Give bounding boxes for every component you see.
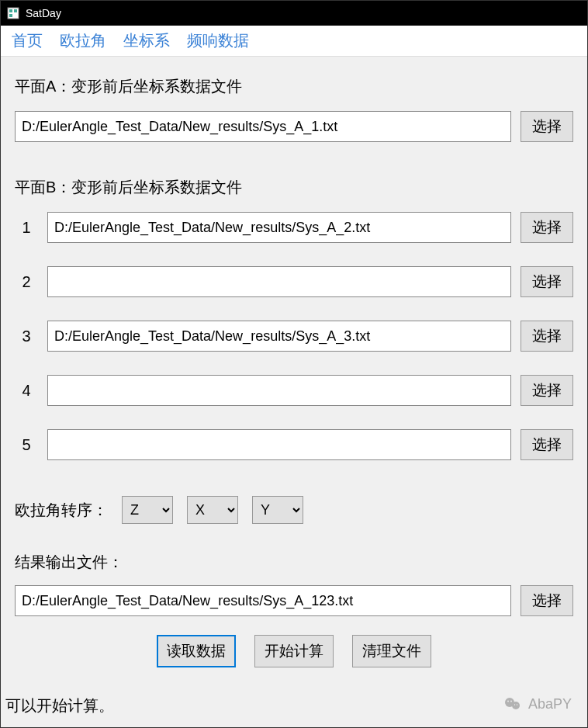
read-data-button[interactable]: 读取数据 <box>157 635 236 667</box>
euler-row: 欧拉角转序： Z X Y <box>15 496 573 524</box>
euler-axis-2[interactable]: X <box>187 496 238 524</box>
plane-b-input-3[interactable] <box>47 321 511 352</box>
output-select-button[interactable]: 选择 <box>521 585 573 616</box>
svg-rect-1 <box>9 9 12 12</box>
menu-freq[interactable]: 频响数据 <box>187 30 249 51</box>
plane-b-input-2[interactable] <box>47 266 511 297</box>
plane-b-select-button-1[interactable]: 选择 <box>521 212 573 243</box>
euler-axis-1[interactable]: Z <box>122 496 173 524</box>
plane-b-select-button-5[interactable]: 选择 <box>521 429 573 460</box>
status-text: 可以开始计算。 <box>5 695 114 716</box>
action-row: 读取数据 开始计算 清理文件 <box>15 635 573 667</box>
row-num-2: 2 <box>15 273 38 291</box>
plane-b-row-4: 4 选择 <box>15 375 573 406</box>
content-area: 平面A：变形前后坐标系数据文件 选择 平面B：变形前后坐标系数据文件 1 选择 … <box>1 57 587 727</box>
wechat-icon <box>503 695 522 713</box>
app-icon <box>7 7 19 19</box>
row-num-4: 4 <box>15 382 38 400</box>
start-calc-button[interactable]: 开始计算 <box>254 635 334 667</box>
row-num-1: 1 <box>15 219 38 237</box>
titlebar: SatDay <box>1 1 587 26</box>
plane-b-rows: 1 选择 2 选择 3 选择 4 选择 5 选择 <box>15 212 573 468</box>
menubar: 首页 欧拉角 坐标系 频响数据 <box>1 26 587 57</box>
plane-b-label: 平面B：变形前后坐标系数据文件 <box>15 177 573 198</box>
plane-a-input[interactable] <box>15 111 511 142</box>
menu-home[interactable]: 首页 <box>12 30 43 51</box>
plane-b-input-1[interactable] <box>47 212 511 243</box>
svg-point-7 <box>510 701 512 702</box>
plane-b-row-1: 1 选择 <box>15 212 573 243</box>
plane-b-row-3: 3 选择 <box>15 321 573 352</box>
svg-rect-2 <box>14 9 17 12</box>
menu-coord[interactable]: 坐标系 <box>123 30 170 51</box>
svg-point-5 <box>512 702 520 709</box>
plane-b-input-5[interactable] <box>47 429 511 460</box>
euler-label: 欧拉角转序： <box>15 500 108 521</box>
output-label: 结果输出文件： <box>15 552 573 573</box>
svg-rect-3 <box>9 14 12 17</box>
svg-point-9 <box>517 704 517 705</box>
row-num-5: 5 <box>15 436 38 454</box>
plane-b-select-button-2[interactable]: 选择 <box>521 266 573 297</box>
plane-a-row: 选择 <box>15 111 573 142</box>
plane-a-label: 平面A：变形前后坐标系数据文件 <box>15 76 573 97</box>
svg-point-8 <box>514 704 515 705</box>
output-row: 选择 <box>15 585 573 616</box>
plane-b-select-button-3[interactable]: 选择 <box>521 321 573 352</box>
plane-b-row-2: 2 选择 <box>15 266 573 297</box>
output-input[interactable] <box>15 585 511 616</box>
plane-b-row-5: 5 选择 <box>15 429 573 460</box>
row-num-3: 3 <box>15 328 38 345</box>
plane-a-select-button[interactable]: 选择 <box>521 111 573 142</box>
watermark: AbaPY <box>503 695 572 713</box>
plane-b-input-4[interactable] <box>47 375 511 406</box>
menu-euler[interactable]: 欧拉角 <box>60 30 106 51</box>
clear-file-button[interactable]: 清理文件 <box>352 635 431 667</box>
watermark-text: AbaPY <box>528 696 572 712</box>
plane-b-select-button-4[interactable]: 选择 <box>521 375 573 406</box>
svg-point-6 <box>507 701 509 702</box>
window-title: SatDay <box>26 7 61 19</box>
euler-axis-3[interactable]: Y <box>252 496 303 524</box>
